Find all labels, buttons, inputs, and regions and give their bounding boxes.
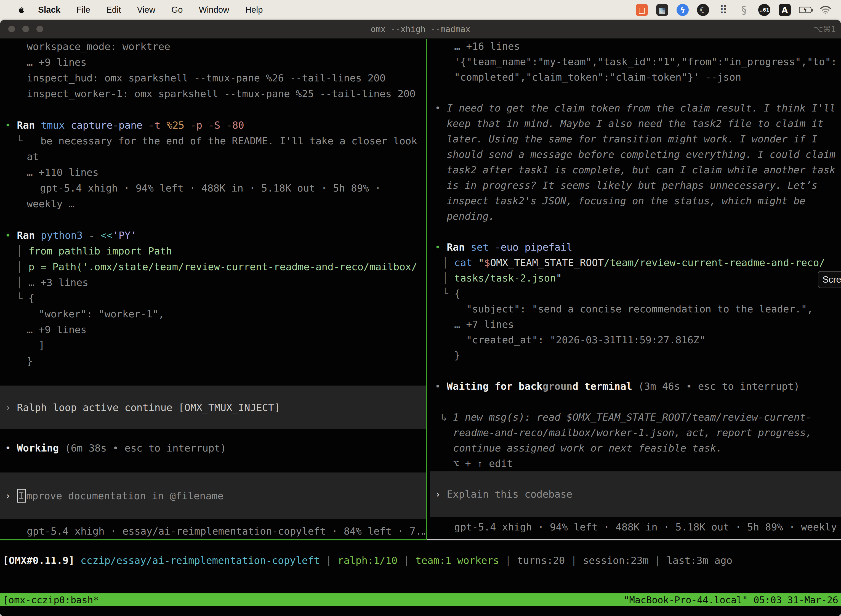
- chat-app-icon[interactable]: □: [635, 3, 648, 16]
- shield-grid-icon[interactable]: ▦: [656, 3, 669, 16]
- terminal-line: '{"team_name":"my-team","task_id":"1","f…: [430, 54, 841, 70]
- terminal-line: │ tasks/task-2.json": [430, 270, 841, 286]
- menu-item-edit[interactable]: Edit: [106, 5, 121, 15]
- terminal-panes: workspace_mode: worktree… +9 linesinspec…: [0, 39, 841, 539]
- terminal-line: [430, 224, 841, 239]
- terminal-line: gpt-5.4 xhigh · 94% left · 488K in · 5.1…: [0, 180, 426, 196]
- terminal-line: [0, 519, 426, 523]
- terminal-line: … +110 lines: [0, 164, 426, 180]
- terminal-pane-left[interactable]: workspace_mode: worktree… +9 linesinspec…: [0, 39, 426, 539]
- terminal-line: }: [430, 348, 841, 363]
- terminal-line: task2 after task1 is complete, but can I…: [430, 162, 841, 178]
- window-titlebar[interactable]: omx --xhigh --madmax ⌥⌘1: [0, 20, 841, 39]
- terminal-line: │ from pathlib import Path: [0, 243, 426, 259]
- menu-status-icons: □▦ϟ☾⠿§..61Aϟ: [635, 3, 832, 16]
- menu-item-go[interactable]: Go: [171, 5, 183, 15]
- battery-icon[interactable]: ϟ: [799, 3, 812, 16]
- working-status-row: • Working (6m 38s • esc to interrupt): [0, 440, 426, 456]
- terminal-line: inspect_worker-1: omx sparkshell --tmux-…: [0, 86, 426, 101]
- moon-circle-icon[interactable]: ☾: [696, 3, 710, 16]
- terminal-line: }: [0, 353, 426, 369]
- terminal-line: inspect task2's JSON, focusing on the st…: [430, 193, 841, 209]
- terminal-line: └ {: [0, 290, 426, 306]
- terminal-line: pending.: [430, 209, 841, 224]
- terminal-line: at: [0, 149, 426, 164]
- thinking-row: • I need to get the claim token from the…: [430, 100, 841, 116]
- terminal-line: … +9 lines: [0, 54, 426, 70]
- terminal-line: … +16 lines: [430, 39, 841, 54]
- terminal-line: later. Using the same for transition mig…: [430, 131, 841, 147]
- screen-tooltip: Scre: [818, 271, 841, 288]
- window-title: omx --xhigh --madmax: [0, 24, 841, 34]
- window-bottom-strip: [0, 606, 841, 616]
- screen-tooltip-label: Scre: [822, 274, 841, 285]
- menu-item-help[interactable]: Help: [245, 5, 263, 15]
- menu-item-window[interactable]: Window: [199, 5, 229, 15]
- input-source-icon[interactable]: A: [778, 3, 791, 16]
- lightning-badge-icon[interactable]: ϟ: [676, 3, 689, 16]
- terminal-line: [430, 85, 841, 100]
- terminal-line: ↳ 1 new msg(s): read $OMX_TEAM_STATE_ROO…: [430, 409, 841, 425]
- terminal-line: inspect_hud: omx sparkshell --tmux-pane …: [0, 70, 426, 86]
- menu-bar: Slack FileEditViewGoWindowHelp □▦ϟ☾⠿§..6…: [0, 0, 841, 20]
- terminal-line: [430, 394, 841, 409]
- dots-grid-icon[interactable]: ⠿: [717, 3, 730, 16]
- tmux-host-clock-label: "MacBook-Pro-44.local" 05:03 31-Mar-26: [624, 594, 838, 606]
- terminal-line: [0, 456, 426, 472]
- edit-hint-row: ⌥ + ↑ edit: [430, 456, 841, 471]
- terminal-line: "worker": "worker-1",: [0, 306, 426, 322]
- session-stats-row: gpt-5.4 xhigh · 94% left · 488K in · 5.1…: [430, 519, 841, 535]
- terminal-line: ]: [0, 337, 426, 353]
- injected-prompt-row[interactable]: › Ralph loop active continue [OMX_TMUX_I…: [0, 386, 426, 429]
- terminal-line: readme-and-reco/mailbox/worker-1.json, a…: [430, 425, 841, 440]
- terminal-line: keep that in mind. Maybe I also need the…: [430, 116, 841, 131]
- terminal-line: "completed","claim_token":"claim-token"}…: [430, 70, 841, 85]
- terminal-line: [0, 212, 426, 227]
- menu-item-view[interactable]: View: [137, 5, 155, 15]
- omx-status-line: [OMX#0.11.9] cczip/essay/ai-reimplementa…: [0, 540, 841, 593]
- terminal-line: │ cat "$OMX_TEAM_STATE_ROOT/team/review-…: [430, 255, 841, 270]
- terminal-line: is in progress? It seems likely but perh…: [430, 178, 841, 193]
- terminal-line: └ {: [430, 286, 841, 301]
- terminal-line: [0, 101, 426, 117]
- terminal-line: │ … +3 lines: [0, 274, 426, 290]
- squiggle-icon[interactable]: §: [737, 3, 750, 16]
- menu-item-app[interactable]: Slack: [38, 5, 60, 15]
- menu-items: Slack FileEditViewGoWindowHelp: [38, 5, 263, 15]
- terminal-window: omx --xhigh --madmax ⌥⌘1 workspace_mode:…: [0, 20, 841, 616]
- terminal-line: [0, 369, 426, 386]
- command-ran-tmux-capture: • Ran tmux capture-pane -t %25 -p -S -80: [0, 117, 426, 133]
- terminal-line: … +9 lines: [0, 322, 426, 337]
- window-shortcut-badge: ⌥⌘1: [814, 24, 836, 34]
- terminal-line: └ be necessary for the end of the README…: [0, 133, 426, 149]
- prompt-input-row[interactable]: › Improve documentation in @filename: [0, 472, 426, 519]
- wifi-icon[interactable]: [819, 3, 832, 16]
- terminal-line: should send a message before completing …: [430, 147, 841, 162]
- badge-61-icon[interactable]: ..61: [757, 3, 771, 16]
- terminal-line: continue assigned work or next feasible …: [430, 440, 841, 456]
- terminal-pane-right[interactable]: … +16 lines'{"team_name":"my-team","task…: [427, 39, 841, 539]
- apple-logo-icon[interactable]: [16, 4, 28, 16]
- suggestion-prompt-row[interactable]: › Explain this codebase: [430, 471, 841, 517]
- terminal-line: "subject": "send a concise recommendatio…: [430, 301, 841, 317]
- pane-bottom-border: [0, 539, 841, 540]
- tmux-status-bar: [omx-cczip0:bash* "MacBook-Pro-44.local"…: [0, 593, 841, 606]
- terminal-line: │ p = Path('.omx/state/team/review-curre…: [0, 259, 426, 274]
- command-ran-set-pipefail: • Ran set -euo pipefail: [430, 239, 841, 255]
- terminal-line: [0, 429, 426, 440]
- session-stats-row: gpt-5.4 xhigh · essay/ai-reimplementatio…: [0, 523, 426, 539]
- terminal-line: [430, 363, 841, 378]
- terminal-line: workspace_mode: worktree: [0, 39, 426, 54]
- menu-item-file[interactable]: File: [76, 5, 90, 15]
- waiting-status-row: • Waiting for background terminal (3m 46…: [430, 378, 841, 394]
- terminal-line: [430, 517, 841, 519]
- terminal-line: … +7 lines: [430, 317, 841, 332]
- command-ran-python3: • Ran python3 - <<'PY': [0, 227, 426, 243]
- terminal-line: "created_at": "2026-03-31T11:59:27.816Z": [430, 332, 841, 348]
- terminal-line: weekly …: [0, 196, 426, 212]
- tmux-session-label: [omx-cczip0:bash*: [3, 594, 99, 606]
